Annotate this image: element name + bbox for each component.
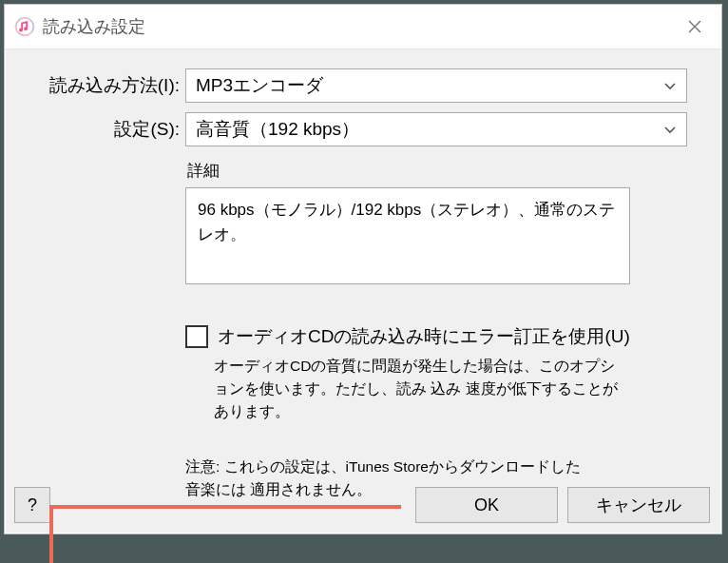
import-method-label: 読み込み方法(I): xyxy=(24,73,185,98)
setting-select[interactable]: 高音質（192 kbps） xyxy=(185,112,687,146)
error-correction-note: オーディオCDの音質に問題が発生した場合は、このオプションを使います。ただし、読… xyxy=(214,355,630,423)
import-settings-dialog: 読み込み設定 読み込み方法(I): MP3エンコーダ 設定(S): 高音質（19… xyxy=(4,4,722,534)
close-button[interactable] xyxy=(668,5,721,49)
error-correction-checkbox[interactable] xyxy=(185,325,208,348)
dialog-content: 読み込み方法(I): MP3エンコーダ 設定(S): 高音質（192 kbps）… xyxy=(5,49,721,534)
ok-button[interactable]: OK xyxy=(415,487,558,523)
import-method-select[interactable]: MP3エンコーダ xyxy=(185,68,687,103)
annotation-line xyxy=(49,505,53,563)
chevron-down-icon xyxy=(663,119,677,140)
detail-text: 96 kbps（モノラル）/192 kbps（ステレオ）、通常のステレオ。 xyxy=(198,201,615,243)
detail-text-box: 96 kbps（モノラル）/192 kbps（ステレオ）、通常のステレオ。 xyxy=(185,187,630,284)
titlebar: 読み込み設定 xyxy=(5,5,721,49)
setting-value: 高音質（192 kbps） xyxy=(196,117,359,142)
window-title: 読み込み設定 xyxy=(43,15,145,38)
itunes-icon xyxy=(14,16,35,37)
svg-point-0 xyxy=(15,17,34,36)
error-correction-label: オーディオCDの読み込み時にエラー訂正を使用(U) xyxy=(218,324,630,349)
detail-heading: 詳細 xyxy=(187,160,630,182)
cancel-button[interactable]: キャンセル xyxy=(567,487,710,523)
setting-label: 設定(S): xyxy=(24,117,185,142)
import-method-value: MP3エンコーダ xyxy=(196,73,323,98)
annotation-line xyxy=(49,505,401,509)
help-button[interactable]: ? xyxy=(14,487,50,523)
close-icon xyxy=(687,19,702,34)
chevron-down-icon xyxy=(663,75,677,96)
